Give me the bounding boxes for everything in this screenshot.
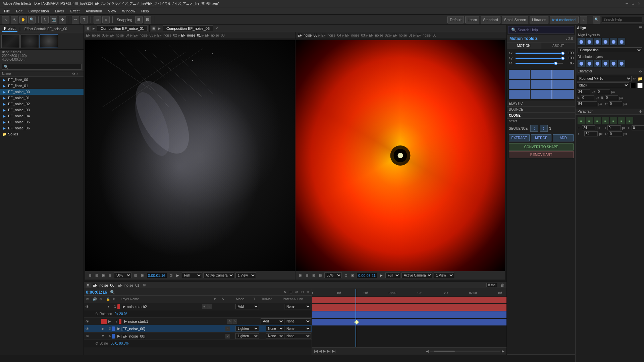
file-item-solids[interactable]: 📁 Solids: [0, 131, 84, 137]
layer-2-expand[interactable]: ▶: [107, 319, 112, 323]
mt-tab-motion[interactable]: MOTION: [507, 43, 541, 49]
left-quality-select[interactable]: FullHalfQuarter: [182, 273, 202, 278]
tl-go-start[interactable]: |◀: [314, 349, 318, 353]
tl-scroll-left[interactable]: ◀: [426, 349, 429, 353]
align-bottom[interactable]: ⬤: [618, 38, 625, 45]
layer-row-3[interactable]: 👁 ▶ 3 ▶ [EF_noise_00] ✓: [84, 325, 312, 333]
para-reset-1[interactable]: ↩: [628, 126, 630, 130]
dist-v[interactable]: ⬤: [586, 60, 593, 67]
menu-composition[interactable]: Composition: [26, 8, 52, 14]
tl-zoom-in[interactable]: ⊕: [295, 290, 298, 294]
file-item-ef-noise-03[interactable]: ▶ EF_noise_03: [0, 107, 84, 113]
menu-window[interactable]: Window: [119, 8, 138, 14]
tl-play[interactable]: ▶: [323, 349, 326, 353]
layer-1-solo[interactable]: [95, 304, 101, 309]
left-preview-type[interactable]: ▶: [175, 273, 180, 278]
layer-2-vis[interactable]: 👁: [85, 319, 90, 324]
para-top-spacing[interactable]: [584, 131, 598, 136]
layer-3-audio[interactable]: [90, 326, 95, 331]
right-preview-btn4[interactable]: ⊟: [318, 273, 323, 278]
layer-4-expand[interactable]: ▼: [101, 334, 105, 338]
layer-4-trkmat-select[interactable]: None: [266, 333, 284, 339]
mt-slider-y[interactable]: [516, 58, 563, 59]
mt-grid-btn-12[interactable]: [552, 80, 574, 89]
para-align-justify3[interactable]: ≡: [618, 117, 625, 124]
tool-rotate[interactable]: ↻: [41, 16, 49, 23]
dist-h2[interactable]: ⬤: [594, 60, 601, 67]
right-bc-noise06[interactable]: EF_noise_06: [298, 34, 317, 37]
mt-slider-x[interactable]: [516, 53, 563, 54]
left-bc-noise00[interactable]: EF_noise_00: [205, 34, 225, 37]
left-fit-btn[interactable]: ⊡: [133, 273, 138, 278]
thumbnail-1[interactable]: [1, 35, 20, 48]
edit-font-icon[interactable]: ✏: [633, 76, 636, 81]
tl-hide-btn[interactable]: ⊳: [284, 290, 287, 294]
left-bc-noise03[interactable]: EF_noise_03: [133, 34, 153, 37]
maximize-btn[interactable]: □: [631, 1, 635, 6]
snapping-toggle[interactable]: ⊞: [135, 16, 143, 23]
mt-seq-btn2[interactable]: ⟩: [540, 125, 548, 132]
layer-4-solo[interactable]: [95, 334, 101, 339]
minimize-btn[interactable]: ─: [625, 1, 629, 6]
file-item-ef-noise-06[interactable]: ▶ EF_noise_06: [0, 125, 84, 131]
tool-hand[interactable]: ✋: [19, 16, 27, 23]
workspace-learn[interactable]: Learn: [465, 16, 479, 23]
dist-v2[interactable]: ⬤: [602, 60, 609, 67]
right-bc-noise03[interactable]: EF_noise_03: [345, 34, 365, 37]
tl-step-fwd[interactable]: ▶|: [327, 349, 331, 353]
layer-4-audio[interactable]: [90, 334, 95, 339]
left-bc-noise02[interactable]: EF_noise_02: [157, 34, 177, 37]
align-center-v[interactable]: ⬤: [610, 38, 617, 45]
file-item-ef-noise-02[interactable]: ▶ EF_noise_02: [0, 101, 84, 107]
line-height-input[interactable]: [577, 101, 597, 106]
layer-2-parent-select[interactable]: None: [284, 318, 311, 324]
menu-file[interactable]: File: [1, 8, 13, 14]
mt-seq-btn1[interactable]: ⟨: [530, 125, 538, 132]
tl-scroll-right[interactable]: ▶: [502, 349, 504, 353]
left-preview-btn4[interactable]: ⊟: [107, 273, 113, 278]
layer-2-mode-select[interactable]: Add: [261, 318, 284, 324]
layer-2-sw1[interactable]: ⊙: [227, 319, 232, 324]
workspace-default[interactable]: Default: [447, 16, 464, 23]
left-viewport[interactable]: [85, 40, 295, 271]
height-reset-icon[interactable]: ↩: [605, 102, 607, 106]
para-align-justify4[interactable]: ≡: [626, 117, 633, 124]
search-btn[interactable]: 🔍: [593, 16, 600, 23]
prop-rotation-value[interactable]: 0x 20.0°: [115, 312, 127, 316]
text-color-box[interactable]: [631, 83, 636, 88]
mt-grid-btn-02[interactable]: [552, 70, 574, 79]
align-collapse-icon[interactable]: ☰: [639, 25, 643, 30]
layer-3-parent-select[interactable]: None: [284, 326, 311, 331]
left-zoom-select[interactable]: 50%100%25%: [114, 273, 131, 278]
layer-1-expand[interactable]: ▼: [106, 305, 111, 308]
left-bc-noise01[interactable]: EF_noise_01: [181, 34, 201, 37]
file-item-ef-noise-05[interactable]: ▶ EF_noise_05: [0, 119, 84, 125]
tl-clip-btn[interactable]: ✂: [301, 290, 304, 294]
left-full-btn[interactable]: ⊞: [140, 273, 145, 278]
tool-zoom[interactable]: 🔍: [28, 16, 36, 23]
dist-v3[interactable]: ⬤: [618, 60, 625, 67]
tool-home[interactable]: ⌂: [2, 16, 9, 23]
char-settings-icon[interactable]: ⚙: [639, 69, 642, 73]
layer-1-mode-select[interactable]: Add: [235, 304, 259, 309]
mt-grid-btn-22[interactable]: [552, 90, 574, 99]
left-comp-panel-icon[interactable]: ⊞: [85, 26, 91, 31]
mt-grid-btn-21[interactable]: [531, 90, 552, 99]
bg-color-box[interactable]: [637, 83, 643, 88]
para-align-left[interactable]: ≡: [578, 117, 585, 124]
tab-effect-controls[interactable]: Effect Controls EF_noise_00: [22, 26, 69, 32]
offset-input[interactable]: [609, 101, 622, 106]
tool-select[interactable]: ↖: [11, 16, 18, 23]
layer-1-parent-select[interactable]: None: [284, 304, 311, 309]
left-region-btn[interactable]: ⊠: [168, 273, 174, 278]
layer-4-parent-select[interactable]: None: [284, 333, 311, 339]
tl-delete-btn[interactable]: 🗑: [500, 283, 504, 288]
right-preview-btn2[interactable]: ⊟: [304, 273, 310, 278]
right-region-btn[interactable]: ⊠: [350, 273, 355, 278]
file-item-ef-flare-00[interactable]: ▶ EF_flare_00: [0, 77, 84, 83]
mt-extract-btn[interactable]: EXTRACT: [509, 134, 530, 141]
tool-shape-rect[interactable]: ▭: [94, 16, 101, 23]
left-preview-btn3[interactable]: ⊞: [101, 273, 106, 278]
color-select[interactable]: black white red: [577, 82, 629, 88]
file-item-ef-noise-01[interactable]: ▶ EF_noise_01: [0, 95, 84, 101]
